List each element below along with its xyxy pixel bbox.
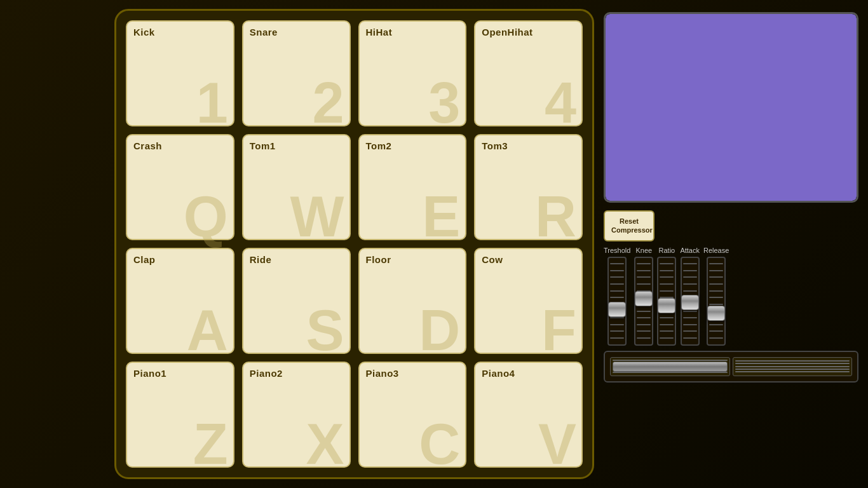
compressor-header: ResetCompressor <box>604 210 858 241</box>
slider-group-ratio: Ratio <box>657 247 676 346</box>
pad-label-cow: Cow <box>482 254 503 265</box>
pad-key-floor: D <box>419 302 460 359</box>
pad-clap[interactable]: ClapA <box>126 248 234 354</box>
title-area <box>6 9 108 479</box>
pads-grid: Kick1Snare2HiHat3OpenHihat4CrashQTom1WTo… <box>114 9 594 479</box>
slider-label-release: Release <box>703 247 729 254</box>
pad-label-kick: Kick <box>133 27 155 37</box>
compressor-controls: TresholdKneeRatioAttackRelease <box>604 247 858 346</box>
pad-label-snare: Snare <box>250 27 278 37</box>
slider-group-attack: Attack <box>680 247 700 346</box>
pad-label-piano3: Piano3 <box>366 368 399 379</box>
pad-label-ride: Ride <box>250 254 272 265</box>
slider-thumb-attack[interactable] <box>681 295 699 310</box>
pad-key-piano1: Z <box>193 416 228 473</box>
pad-label-tom1: Tom1 <box>250 140 276 151</box>
slider-thumb-ratio[interactable] <box>658 298 675 313</box>
pad-openhihat[interactable]: OpenHihat4 <box>474 20 583 126</box>
pad-key-clap: A <box>187 302 228 359</box>
pad-key-tom1: W <box>290 188 344 245</box>
pad-label-crash: Crash <box>133 140 162 151</box>
slider-track-threshold[interactable] <box>607 257 627 346</box>
pad-label-piano4: Piano4 <box>482 368 515 379</box>
slider-label-threshold: Treshold <box>604 247 630 254</box>
slider-thumb-knee[interactable] <box>635 291 653 306</box>
slider-track-attack[interactable] <box>681 257 700 346</box>
bottom-segment-1 <box>610 357 730 376</box>
pad-snare[interactable]: Snare2 <box>242 20 351 126</box>
pad-label-piano1: Piano1 <box>133 368 166 379</box>
pad-key-hihat: 3 <box>428 74 460 132</box>
bottom-output-bar <box>604 351 858 383</box>
pad-label-tom3: Tom3 <box>482 140 508 151</box>
pad-key-cow: F <box>541 302 576 359</box>
pad-ride[interactable]: RideS <box>242 248 351 354</box>
slider-thumb-threshold[interactable] <box>608 302 626 317</box>
pad-hihat[interactable]: HiHat3 <box>358 20 467 126</box>
pad-piano1[interactable]: Piano1Z <box>126 362 234 468</box>
pad-label-piano2: Piano2 <box>250 368 283 379</box>
pad-key-kick: 1 <box>196 74 228 132</box>
pad-tom1[interactable]: Tom1W <box>242 134 351 240</box>
pad-kick[interactable]: Kick1 <box>126 20 234 126</box>
pad-cow[interactable]: CowF <box>474 248 583 354</box>
pad-key-crash: Q <box>184 188 228 245</box>
slider-track-knee[interactable] <box>634 257 653 346</box>
pad-key-piano3: C <box>419 416 460 473</box>
slider-thumb-release[interactable] <box>707 306 725 321</box>
slider-label-ratio: Ratio <box>659 247 675 254</box>
slider-group-threshold: Treshold <box>604 247 630 346</box>
pad-key-piano2: X <box>306 416 344 473</box>
slider-label-attack: Attack <box>680 247 700 254</box>
pad-piano2[interactable]: Piano2X <box>242 362 351 468</box>
slider-label-knee: Knee <box>636 247 653 254</box>
pad-key-openhihat: 4 <box>545 74 576 132</box>
bottom-segment-2 <box>733 357 853 376</box>
pad-tom2[interactable]: Tom2E <box>358 134 467 240</box>
pad-label-floor: Floor <box>366 254 391 265</box>
compressor-section: ResetCompressor TresholdKneeRatioAttackR… <box>604 210 858 476</box>
pad-piano4[interactable]: Piano4V <box>474 362 583 468</box>
slider-group-knee: Knee <box>634 247 653 346</box>
pad-piano3[interactable]: Piano3C <box>358 362 467 468</box>
pad-key-piano4: V <box>538 416 576 473</box>
right-panel: ResetCompressor TresholdKneeRatioAttackR… <box>600 9 862 479</box>
pad-key-snare: 2 <box>312 74 344 132</box>
pad-label-clap: Clap <box>133 254 156 265</box>
display-inner <box>606 14 857 201</box>
slider-track-ratio[interactable] <box>657 257 676 346</box>
pad-key-tom2: E <box>422 188 460 245</box>
pad-crash[interactable]: CrashQ <box>126 134 234 240</box>
pad-label-openhihat: OpenHihat <box>482 27 532 37</box>
pad-tom3[interactable]: Tom3R <box>474 134 583 240</box>
pad-label-hihat: HiHat <box>366 27 393 37</box>
pad-floor[interactable]: FloorD <box>358 248 467 354</box>
slider-group-release: Release <box>703 247 729 346</box>
pad-key-ride: S <box>306 302 344 359</box>
reset-compressor-button[interactable]: ResetCompressor <box>604 210 654 241</box>
slider-track-release[interactable] <box>707 257 726 346</box>
app-container: Kick1Snare2HiHat3OpenHihat4CrashQTom1WTo… <box>0 0 868 488</box>
pad-label-tom2: Tom2 <box>366 140 392 151</box>
pad-key-tom3: R <box>535 188 576 245</box>
bottom-thumb-1[interactable] <box>613 362 728 372</box>
display-screen <box>604 12 858 203</box>
